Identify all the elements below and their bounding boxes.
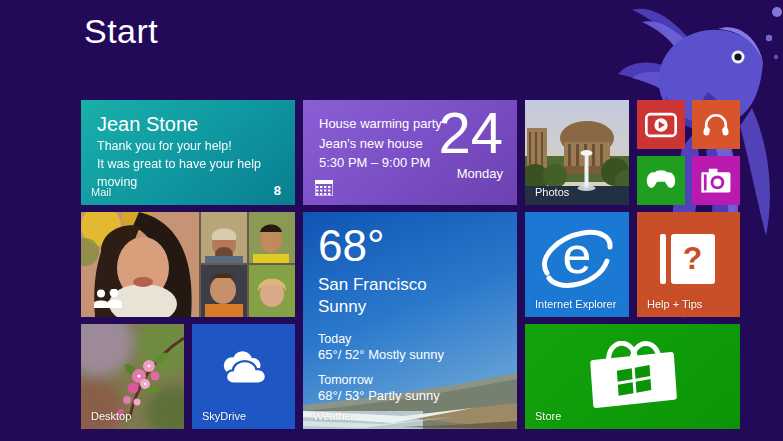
tile-video[interactable] bbox=[637, 100, 685, 149]
weather-condition: Sunny bbox=[318, 296, 517, 318]
weather-today-label: Today bbox=[318, 332, 517, 346]
skydrive-cloud-icon bbox=[211, 349, 277, 391]
weather-tile-label: Weather bbox=[313, 410, 354, 422]
skydrive-tile-label: SkyDrive bbox=[202, 410, 246, 422]
headphones-icon bbox=[701, 110, 731, 140]
xbox-controller-icon bbox=[644, 168, 678, 194]
tile-desktop[interactable]: Desktop bbox=[81, 324, 184, 429]
tile-games[interactable] bbox=[637, 156, 685, 205]
tile-skydrive[interactable]: SkyDrive bbox=[192, 324, 295, 429]
weather-today-forecast: 65°/ 52° Mostly sunny bbox=[318, 347, 517, 362]
tile-calendar[interactable]: House warming party Jean's new house 5:3… bbox=[303, 100, 517, 205]
store-tile-label: Store bbox=[535, 410, 561, 422]
tile-mail[interactable]: Jean Stone Thank you for your help! It w… bbox=[81, 100, 295, 205]
calendar-weekday: Monday bbox=[457, 166, 503, 181]
book-question-icon: ? bbox=[660, 234, 718, 284]
people-icon bbox=[93, 289, 123, 309]
camera-icon bbox=[700, 168, 732, 194]
bubble-icon bbox=[774, 55, 778, 59]
mail-preview-line2: It was great to have your help moving bbox=[97, 155, 279, 191]
start-screen: Start Jean Stone Thank you for your help… bbox=[0, 0, 783, 441]
mail-sender: Jean Stone bbox=[97, 112, 279, 137]
tile-camera[interactable] bbox=[692, 156, 740, 205]
bubble-icon bbox=[766, 35, 772, 41]
video-player-icon bbox=[644, 111, 678, 139]
tile-internet-explorer[interactable]: e Internet Explorer bbox=[525, 212, 629, 317]
photos-tile-label: Photos bbox=[535, 186, 569, 198]
mail-preview-line1: Thank you for your help! bbox=[97, 137, 279, 155]
weather-tomorrow-label: Tomorrow bbox=[318, 373, 517, 387]
tile-people[interactable] bbox=[81, 212, 295, 317]
tile-help-tips[interactable]: ? Help + Tips bbox=[637, 212, 740, 317]
internet-explorer-tile-label: Internet Explorer bbox=[535, 298, 616, 310]
mail-unread-badge: 8 bbox=[274, 183, 281, 198]
weather-city: San Francisco bbox=[318, 274, 517, 296]
bubble-icon bbox=[772, 7, 782, 17]
internet-explorer-e-icon: e bbox=[541, 227, 613, 289]
calendar-day-number: 24 bbox=[438, 100, 503, 167]
desktop-tile-label: Desktop bbox=[91, 410, 131, 422]
weather-tomorrow-forecast: 68°/ 53° Partly sunny bbox=[318, 388, 517, 403]
shopping-bag-windows-icon bbox=[588, 337, 676, 407]
tile-weather[interactable]: 68° San Francisco Sunny Today 65°/ 52° M… bbox=[303, 212, 517, 429]
page-title: Start bbox=[84, 12, 158, 51]
tile-photos[interactable]: Photos bbox=[525, 100, 629, 205]
tile-music[interactable] bbox=[692, 100, 740, 149]
calendar-grid-icon bbox=[315, 180, 333, 196]
help-tips-tile-label: Help + Tips bbox=[647, 298, 702, 310]
weather-temp: 68° bbox=[318, 222, 517, 270]
mail-tile-label: Mail bbox=[91, 186, 111, 198]
windows-logo-icon bbox=[616, 364, 650, 395]
tile-store[interactable]: Store bbox=[525, 324, 740, 429]
